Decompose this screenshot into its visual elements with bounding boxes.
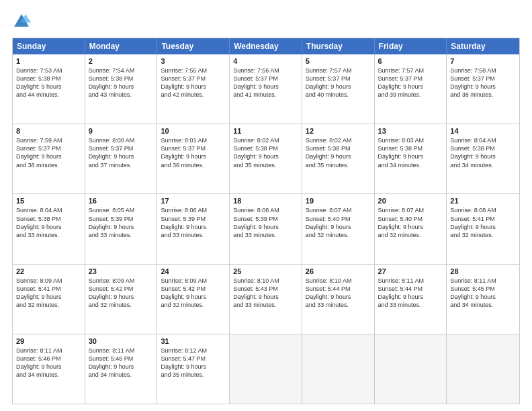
day-info: Sunrise: 8:00 AMSunset: 5:37 PMDaylight:… (89, 136, 154, 169)
day-cell-26: 26Sunrise: 8:10 AMSunset: 5:44 PMDayligh… (302, 265, 375, 334)
day-cell-14: 14Sunrise: 8:04 AMSunset: 5:38 PMDayligh… (447, 124, 519, 193)
day-info: Sunrise: 8:06 AMSunset: 5:39 PMDaylight:… (161, 206, 226, 239)
day-info: Sunrise: 8:08 AMSunset: 5:41 PMDaylight:… (450, 206, 516, 239)
weekday-header-tuesday: Tuesday (157, 38, 230, 54)
day-cell-31: 31Sunrise: 8:12 AMSunset: 5:47 PMDayligh… (157, 334, 230, 404)
empty-cell (447, 334, 519, 404)
day-cell-25: 25Sunrise: 8:10 AMSunset: 5:43 PMDayligh… (230, 265, 302, 334)
day-info: Sunrise: 7:56 AMSunset: 5:37 PMDaylight:… (233, 66, 298, 99)
day-info: Sunrise: 8:12 AMSunset: 5:47 PMDaylight:… (161, 347, 226, 379)
calendar-row-5: 29Sunrise: 8:11 AMSunset: 5:46 PMDayligh… (13, 334, 519, 404)
day-number: 17 (161, 197, 226, 205)
day-number: 9 (89, 127, 154, 135)
day-number: 27 (378, 267, 443, 275)
day-info: Sunrise: 8:09 AMSunset: 5:42 PMDaylight:… (161, 277, 226, 310)
day-info: Sunrise: 8:01 AMSunset: 5:37 PMDaylight:… (161, 136, 226, 169)
day-info: Sunrise: 8:04 AMSunset: 5:38 PMDaylight:… (450, 136, 516, 169)
day-info: Sunrise: 8:03 AMSunset: 5:38 PMDaylight:… (378, 136, 443, 169)
day-number: 6 (378, 57, 443, 65)
day-number: 4 (233, 57, 298, 65)
header (12, 12, 520, 31)
day-cell-5: 5Sunrise: 7:57 AMSunset: 5:37 PMDaylight… (302, 54, 375, 124)
day-cell-15: 15Sunrise: 8:04 AMSunset: 5:38 PMDayligh… (13, 194, 85, 263)
day-info: Sunrise: 8:11 AMSunset: 5:44 PMDaylight:… (378, 277, 443, 310)
day-cell-23: 23Sunrise: 8:09 AMSunset: 5:42 PMDayligh… (85, 265, 158, 334)
day-info: Sunrise: 8:11 AMSunset: 5:46 PMDaylight:… (16, 347, 81, 379)
day-number: 7 (450, 57, 516, 65)
day-cell-17: 17Sunrise: 8:06 AMSunset: 5:39 PMDayligh… (157, 194, 230, 263)
day-cell-6: 6Sunrise: 7:57 AMSunset: 5:37 PMDaylight… (375, 54, 447, 124)
day-number: 19 (306, 197, 371, 205)
day-cell-18: 18Sunrise: 8:06 AMSunset: 5:39 PMDayligh… (230, 194, 302, 263)
weekday-header-thursday: Thursday (302, 38, 375, 54)
day-number: 23 (89, 267, 154, 275)
day-number: 20 (378, 197, 443, 205)
day-info: Sunrise: 7:55 AMSunset: 5:37 PMDaylight:… (161, 66, 226, 99)
day-number: 2 (89, 57, 154, 65)
day-info: Sunrise: 7:53 AMSunset: 5:38 PMDaylight:… (16, 66, 81, 99)
day-cell-4: 4Sunrise: 7:56 AMSunset: 5:37 PMDaylight… (230, 54, 302, 124)
day-number: 22 (16, 267, 81, 275)
day-info: Sunrise: 7:57 AMSunset: 5:37 PMDaylight:… (306, 66, 371, 99)
empty-cell (375, 334, 447, 404)
day-cell-2: 2Sunrise: 7:54 AMSunset: 5:38 PMDaylight… (85, 54, 158, 124)
day-cell-22: 22Sunrise: 8:09 AMSunset: 5:41 PMDayligh… (13, 265, 85, 334)
day-cell-27: 27Sunrise: 8:11 AMSunset: 5:44 PMDayligh… (375, 265, 447, 334)
page: SundayMondayTuesdayWednesdayThursdayFrid… (0, 0, 532, 411)
day-info: Sunrise: 8:11 AMSunset: 5:46 PMDaylight:… (89, 347, 154, 379)
day-number: 12 (306, 127, 371, 135)
day-number: 18 (233, 197, 298, 205)
day-cell-12: 12Sunrise: 8:02 AMSunset: 5:38 PMDayligh… (302, 124, 375, 193)
day-cell-10: 10Sunrise: 8:01 AMSunset: 5:37 PMDayligh… (157, 124, 230, 193)
weekday-header-friday: Friday (375, 38, 447, 54)
day-info: Sunrise: 8:06 AMSunset: 5:39 PMDaylight:… (233, 206, 298, 239)
day-info: Sunrise: 7:54 AMSunset: 5:38 PMDaylight:… (89, 66, 154, 99)
day-info: Sunrise: 8:05 AMSunset: 5:39 PMDaylight:… (89, 206, 154, 239)
day-cell-20: 20Sunrise: 8:07 AMSunset: 5:40 PMDayligh… (375, 194, 447, 263)
day-info: Sunrise: 8:09 AMSunset: 5:41 PMDaylight:… (16, 277, 81, 310)
day-cell-13: 13Sunrise: 8:03 AMSunset: 5:38 PMDayligh… (375, 124, 447, 193)
day-cell-1: 1Sunrise: 7:53 AMSunset: 5:38 PMDaylight… (13, 54, 85, 124)
day-cell-21: 21Sunrise: 8:08 AMSunset: 5:41 PMDayligh… (447, 194, 519, 263)
day-info: Sunrise: 7:59 AMSunset: 5:37 PMDaylight:… (16, 136, 81, 169)
weekday-header-wednesday: Wednesday (230, 38, 302, 54)
day-number: 5 (306, 57, 371, 65)
day-number: 15 (16, 197, 81, 205)
day-number: 1 (16, 57, 81, 65)
logo (12, 12, 34, 31)
day-cell-16: 16Sunrise: 8:05 AMSunset: 5:39 PMDayligh… (85, 194, 158, 263)
calendar-row-2: 8Sunrise: 7:59 AMSunset: 5:37 PMDaylight… (13, 124, 519, 193)
day-number: 13 (378, 127, 443, 135)
day-cell-30: 30Sunrise: 8:11 AMSunset: 5:46 PMDayligh… (85, 334, 158, 404)
day-cell-7: 7Sunrise: 7:58 AMSunset: 5:37 PMDaylight… (447, 54, 519, 124)
day-info: Sunrise: 7:58 AMSunset: 5:37 PMDaylight:… (450, 66, 516, 99)
weekday-header-sunday: Sunday (13, 38, 85, 54)
day-number: 3 (161, 57, 226, 65)
calendar-body: 1Sunrise: 7:53 AMSunset: 5:38 PMDaylight… (13, 54, 519, 404)
day-info: Sunrise: 8:07 AMSunset: 5:40 PMDaylight:… (306, 206, 371, 239)
day-number: 31 (161, 337, 226, 345)
day-cell-28: 28Sunrise: 8:11 AMSunset: 5:45 PMDayligh… (447, 265, 519, 334)
day-cell-29: 29Sunrise: 8:11 AMSunset: 5:46 PMDayligh… (13, 334, 85, 404)
day-number: 30 (89, 337, 154, 345)
day-number: 14 (450, 127, 516, 135)
empty-cell (302, 334, 375, 404)
day-info: Sunrise: 8:02 AMSunset: 5:38 PMDaylight:… (233, 136, 298, 169)
weekday-header-saturday: Saturday (447, 38, 519, 54)
empty-cell (230, 334, 302, 404)
day-number: 28 (450, 267, 516, 275)
day-info: Sunrise: 8:11 AMSunset: 5:45 PMDaylight:… (450, 277, 516, 310)
day-info: Sunrise: 8:09 AMSunset: 5:42 PMDaylight:… (89, 277, 154, 310)
day-info: Sunrise: 8:10 AMSunset: 5:43 PMDaylight:… (233, 277, 298, 310)
day-cell-3: 3Sunrise: 7:55 AMSunset: 5:37 PMDaylight… (157, 54, 230, 124)
day-info: Sunrise: 8:10 AMSunset: 5:44 PMDaylight:… (306, 277, 371, 310)
day-cell-11: 11Sunrise: 8:02 AMSunset: 5:38 PMDayligh… (230, 124, 302, 193)
day-cell-9: 9Sunrise: 8:00 AMSunset: 5:37 PMDaylight… (85, 124, 158, 193)
day-info: Sunrise: 8:07 AMSunset: 5:40 PMDaylight:… (378, 206, 443, 239)
weekday-header-monday: Monday (85, 38, 158, 54)
day-number: 26 (306, 267, 371, 275)
day-number: 24 (161, 267, 226, 275)
day-number: 10 (161, 127, 226, 135)
calendar-header: SundayMondayTuesdayWednesdayThursdayFrid… (13, 38, 519, 54)
day-number: 21 (450, 197, 516, 205)
